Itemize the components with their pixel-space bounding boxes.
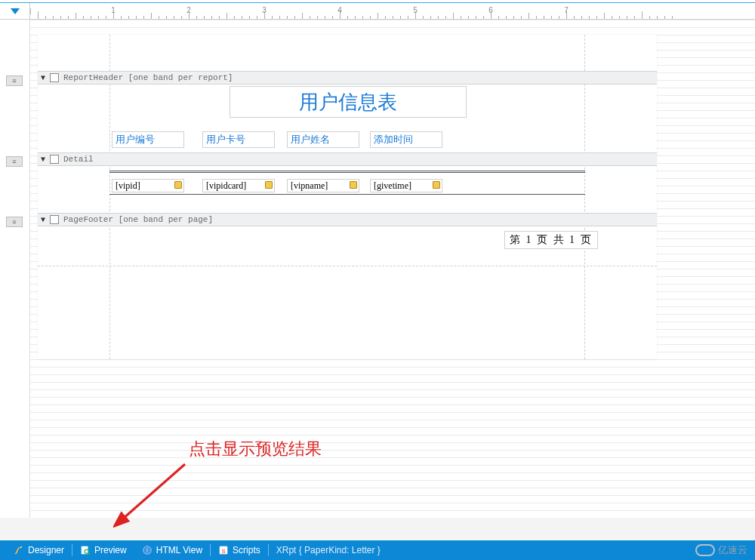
band-collapse-handle[interactable]: ≡ [6, 217, 23, 227]
column-header[interactable]: 用户姓名 [287, 131, 359, 148]
data-field[interactable]: [vipid] [112, 179, 184, 192]
preview-tab[interactable]: Preview [72, 540, 134, 560]
html-view-tab[interactable]: HTML View [134, 540, 210, 560]
designer-icon [14, 545, 24, 555]
band-collapse-handle[interactable]: ≡ [6, 75, 23, 86]
report-title-field[interactable]: 用户信息表 [230, 86, 467, 118]
column-header-text: 用户卡号 [206, 133, 245, 146]
view-switcher-bar: Designer Preview HTML View S Scripts XRp… [0, 540, 755, 560]
tab-label: Preview [94, 545, 127, 555]
annotation-arrow-icon [113, 460, 196, 528]
watermark: 亿速云 [695, 543, 747, 557]
table-rule [109, 171, 585, 173]
field-text: [givetime] [374, 180, 411, 192]
field-text: [vipname] [291, 180, 328, 192]
horizontal-ruler[interactable]: 1234567 [30, 3, 755, 19]
report-title-text: 用户信息表 [299, 89, 397, 115]
column-header-text: 添加时间 [374, 133, 413, 146]
field-text: [vipid] [116, 180, 140, 192]
smart-tag-icon[interactable] [265, 181, 273, 189]
band-header-reportheader[interactable]: ▼ ReportHeader [one band per report] [38, 71, 657, 85]
column-header[interactable]: 用户卡号 [202, 131, 275, 148]
cloud-icon [695, 544, 715, 556]
band-label: Detail [63, 155, 94, 164]
svg-text:S: S [221, 548, 225, 555]
smart-tag-icon[interactable] [174, 181, 182, 189]
band-label: PageFooter [one band per page] [63, 215, 213, 224]
smart-tag-icon[interactable] [350, 181, 357, 189]
ruler-row: 1234567 [0, 3, 755, 20]
tab-label: Scripts [233, 545, 260, 555]
table-rule [109, 194, 585, 195]
watermark-text: 亿速云 [718, 543, 747, 557]
column-header-text: 用户编号 [116, 133, 155, 146]
margin-guide-bottom [38, 266, 657, 266]
expand-icon: ▼ [41, 155, 45, 164]
svg-line-0 [122, 464, 185, 519]
ruler-marker-icon [11, 8, 20, 14]
smart-tag-icon[interactable] [433, 181, 440, 189]
designer-tab[interactable]: Designer [6, 540, 72, 560]
expand-icon: ▼ [41, 74, 45, 82]
tab-label: Designer [28, 545, 64, 555]
detail-band-icon [50, 155, 59, 164]
script-icon: S [218, 545, 229, 555]
band-header-pagefooter[interactable]: ▼ PageFooter [one band per page] [38, 213, 657, 226]
column-header[interactable]: 用户编号 [112, 131, 184, 148]
band-collapse-handle[interactable]: ≡ [6, 156, 23, 167]
band-label: ReportHeader [one band per report] [63, 73, 233, 82]
design-surface: ≡ ≡ ≡ ▼ ReportHeader [one band per repor… [0, 20, 755, 518]
tab-label: HTML View [156, 545, 202, 555]
report-page: ▼ ReportHeader [one band per report] 用户信… [38, 35, 657, 359]
paper-info: XRpt { PaperKind: Letter } [269, 540, 388, 560]
page-number-text: 第 1 页 共 1 页 [510, 234, 593, 245]
svg-line-3 [88, 553, 91, 555]
paper-info-text: XRpt { PaperKind: Letter } [276, 545, 381, 555]
scripts-tab[interactable]: S Scripts [211, 540, 268, 560]
globe-icon [142, 545, 153, 555]
column-header[interactable]: 添加时间 [370, 131, 442, 148]
annotation-text: 点击显示预览结果 [189, 438, 322, 460]
data-field[interactable]: [givetime] [370, 179, 442, 192]
band-header-detail[interactable]: ▼ Detail [38, 152, 657, 166]
column-header-text: 用户姓名 [291, 133, 330, 146]
preview-icon [80, 545, 91, 555]
ruler-corner[interactable] [0, 3, 30, 20]
page-footer-icon [50, 215, 59, 224]
data-field[interactable]: [vipname] [287, 179, 359, 192]
page-number-field[interactable]: 第 1 页 共 1 页 [504, 231, 598, 249]
field-text: [vipidcard] [206, 180, 246, 192]
expand-icon: ▼ [41, 216, 45, 224]
data-field[interactable]: [vipidcard] [202, 179, 275, 192]
report-header-icon [50, 73, 59, 82]
vertical-ruler[interactable]: ≡ ≡ ≡ [0, 20, 30, 518]
report-canvas[interactable]: ▼ ReportHeader [one band per report] 用户信… [30, 20, 755, 518]
